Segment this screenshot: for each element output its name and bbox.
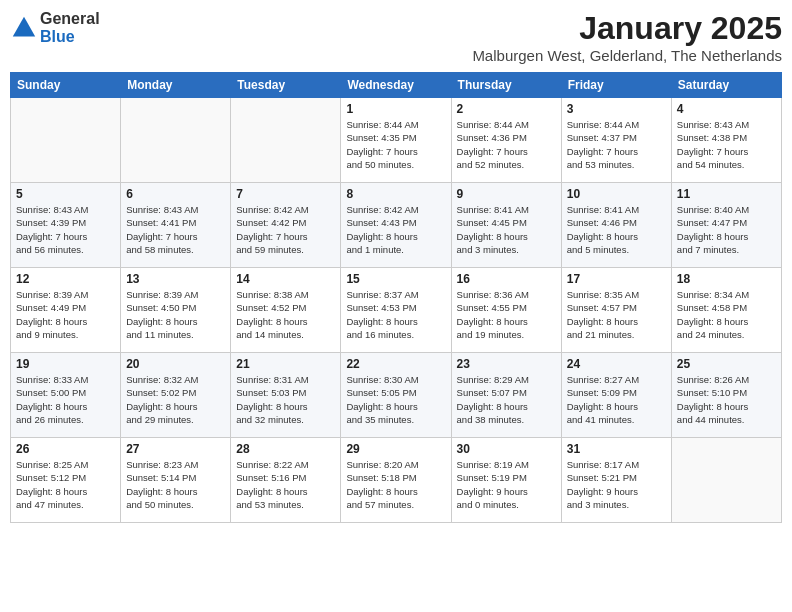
weekday-header: Thursday — [451, 73, 561, 98]
calendar-cell: 2Sunrise: 8:44 AM Sunset: 4:36 PM Daylig… — [451, 98, 561, 183]
day-info: Sunrise: 8:44 AM Sunset: 4:35 PM Dayligh… — [346, 118, 445, 171]
logo: General Blue — [10, 10, 100, 46]
day-info: Sunrise: 8:27 AM Sunset: 5:09 PM Dayligh… — [567, 373, 666, 426]
day-info: Sunrise: 8:19 AM Sunset: 5:19 PM Dayligh… — [457, 458, 556, 511]
logo-text: General Blue — [40, 10, 100, 46]
day-number: 25 — [677, 357, 776, 371]
day-info: Sunrise: 8:35 AM Sunset: 4:57 PM Dayligh… — [567, 288, 666, 341]
day-info: Sunrise: 8:43 AM Sunset: 4:39 PM Dayligh… — [16, 203, 115, 256]
calendar-cell: 19Sunrise: 8:33 AM Sunset: 5:00 PM Dayli… — [11, 353, 121, 438]
day-number: 15 — [346, 272, 445, 286]
calendar-cell: 29Sunrise: 8:20 AM Sunset: 5:18 PM Dayli… — [341, 438, 451, 523]
day-number: 16 — [457, 272, 556, 286]
calendar-cell: 9Sunrise: 8:41 AM Sunset: 4:45 PM Daylig… — [451, 183, 561, 268]
calendar-cell: 18Sunrise: 8:34 AM Sunset: 4:58 PM Dayli… — [671, 268, 781, 353]
day-number: 23 — [457, 357, 556, 371]
calendar-cell: 25Sunrise: 8:26 AM Sunset: 5:10 PM Dayli… — [671, 353, 781, 438]
calendar-cell: 21Sunrise: 8:31 AM Sunset: 5:03 PM Dayli… — [231, 353, 341, 438]
calendar-cell: 28Sunrise: 8:22 AM Sunset: 5:16 PM Dayli… — [231, 438, 341, 523]
day-info: Sunrise: 8:40 AM Sunset: 4:47 PM Dayligh… — [677, 203, 776, 256]
calendar-week-row: 26Sunrise: 8:25 AM Sunset: 5:12 PM Dayli… — [11, 438, 782, 523]
day-number: 1 — [346, 102, 445, 116]
day-number: 8 — [346, 187, 445, 201]
calendar-cell: 20Sunrise: 8:32 AM Sunset: 5:02 PM Dayli… — [121, 353, 231, 438]
calendar-cell: 4Sunrise: 8:43 AM Sunset: 4:38 PM Daylig… — [671, 98, 781, 183]
weekday-header: Monday — [121, 73, 231, 98]
day-info: Sunrise: 8:41 AM Sunset: 4:46 PM Dayligh… — [567, 203, 666, 256]
calendar-cell: 17Sunrise: 8:35 AM Sunset: 4:57 PM Dayli… — [561, 268, 671, 353]
day-number: 31 — [567, 442, 666, 456]
day-number: 26 — [16, 442, 115, 456]
day-info: Sunrise: 8:39 AM Sunset: 4:49 PM Dayligh… — [16, 288, 115, 341]
calendar-cell: 27Sunrise: 8:23 AM Sunset: 5:14 PM Dayli… — [121, 438, 231, 523]
logo-icon — [10, 14, 38, 42]
calendar-cell: 3Sunrise: 8:44 AM Sunset: 4:37 PM Daylig… — [561, 98, 671, 183]
location-title: Malburgen West, Gelderland, The Netherla… — [472, 47, 782, 64]
calendar-cell: 31Sunrise: 8:17 AM Sunset: 5:21 PM Dayli… — [561, 438, 671, 523]
calendar-week-row: 12Sunrise: 8:39 AM Sunset: 4:49 PM Dayli… — [11, 268, 782, 353]
day-number: 2 — [457, 102, 556, 116]
calendar-cell: 22Sunrise: 8:30 AM Sunset: 5:05 PM Dayli… — [341, 353, 451, 438]
day-info: Sunrise: 8:44 AM Sunset: 4:36 PM Dayligh… — [457, 118, 556, 171]
day-info: Sunrise: 8:43 AM Sunset: 4:38 PM Dayligh… — [677, 118, 776, 171]
calendar-week-row: 1Sunrise: 8:44 AM Sunset: 4:35 PM Daylig… — [11, 98, 782, 183]
page-header: General Blue January 2025 Malburgen West… — [10, 10, 782, 64]
calendar-cell: 16Sunrise: 8:36 AM Sunset: 4:55 PM Dayli… — [451, 268, 561, 353]
day-number: 19 — [16, 357, 115, 371]
calendar-cell: 1Sunrise: 8:44 AM Sunset: 4:35 PM Daylig… — [341, 98, 451, 183]
day-number: 22 — [346, 357, 445, 371]
day-number: 9 — [457, 187, 556, 201]
calendar-cell: 14Sunrise: 8:38 AM Sunset: 4:52 PM Dayli… — [231, 268, 341, 353]
day-number: 13 — [126, 272, 225, 286]
day-number: 5 — [16, 187, 115, 201]
day-info: Sunrise: 8:26 AM Sunset: 5:10 PM Dayligh… — [677, 373, 776, 426]
logo-blue: Blue — [40, 28, 100, 46]
day-number: 4 — [677, 102, 776, 116]
day-info: Sunrise: 8:42 AM Sunset: 4:43 PM Dayligh… — [346, 203, 445, 256]
day-number: 12 — [16, 272, 115, 286]
weekday-header: Friday — [561, 73, 671, 98]
weekday-header: Saturday — [671, 73, 781, 98]
calendar-cell — [671, 438, 781, 523]
calendar-cell: 15Sunrise: 8:37 AM Sunset: 4:53 PM Dayli… — [341, 268, 451, 353]
day-number: 10 — [567, 187, 666, 201]
day-number: 14 — [236, 272, 335, 286]
day-number: 29 — [346, 442, 445, 456]
day-number: 3 — [567, 102, 666, 116]
day-info: Sunrise: 8:25 AM Sunset: 5:12 PM Dayligh… — [16, 458, 115, 511]
day-info: Sunrise: 8:44 AM Sunset: 4:37 PM Dayligh… — [567, 118, 666, 171]
calendar-cell: 12Sunrise: 8:39 AM Sunset: 4:49 PM Dayli… — [11, 268, 121, 353]
title-block: January 2025 Malburgen West, Gelderland,… — [472, 10, 782, 64]
calendar-cell: 6Sunrise: 8:43 AM Sunset: 4:41 PM Daylig… — [121, 183, 231, 268]
calendar-cell: 7Sunrise: 8:42 AM Sunset: 4:42 PM Daylig… — [231, 183, 341, 268]
calendar-cell: 23Sunrise: 8:29 AM Sunset: 5:07 PM Dayli… — [451, 353, 561, 438]
day-info: Sunrise: 8:17 AM Sunset: 5:21 PM Dayligh… — [567, 458, 666, 511]
month-title: January 2025 — [472, 10, 782, 47]
day-info: Sunrise: 8:34 AM Sunset: 4:58 PM Dayligh… — [677, 288, 776, 341]
calendar-cell: 5Sunrise: 8:43 AM Sunset: 4:39 PM Daylig… — [11, 183, 121, 268]
day-number: 27 — [126, 442, 225, 456]
day-number: 20 — [126, 357, 225, 371]
calendar-table: SundayMondayTuesdayWednesdayThursdayFrid… — [10, 72, 782, 523]
calendar-cell: 8Sunrise: 8:42 AM Sunset: 4:43 PM Daylig… — [341, 183, 451, 268]
day-info: Sunrise: 8:39 AM Sunset: 4:50 PM Dayligh… — [126, 288, 225, 341]
day-info: Sunrise: 8:36 AM Sunset: 4:55 PM Dayligh… — [457, 288, 556, 341]
day-info: Sunrise: 8:33 AM Sunset: 5:00 PM Dayligh… — [16, 373, 115, 426]
weekday-header-row: SundayMondayTuesdayWednesdayThursdayFrid… — [11, 73, 782, 98]
calendar-cell — [231, 98, 341, 183]
day-info: Sunrise: 8:38 AM Sunset: 4:52 PM Dayligh… — [236, 288, 335, 341]
day-number: 18 — [677, 272, 776, 286]
calendar-week-row: 5Sunrise: 8:43 AM Sunset: 4:39 PM Daylig… — [11, 183, 782, 268]
day-number: 28 — [236, 442, 335, 456]
day-info: Sunrise: 8:37 AM Sunset: 4:53 PM Dayligh… — [346, 288, 445, 341]
svg-marker-0 — [13, 17, 35, 37]
day-number: 21 — [236, 357, 335, 371]
weekday-header: Wednesday — [341, 73, 451, 98]
calendar-cell: 24Sunrise: 8:27 AM Sunset: 5:09 PM Dayli… — [561, 353, 671, 438]
calendar-cell: 13Sunrise: 8:39 AM Sunset: 4:50 PM Dayli… — [121, 268, 231, 353]
day-info: Sunrise: 8:30 AM Sunset: 5:05 PM Dayligh… — [346, 373, 445, 426]
calendar-cell: 26Sunrise: 8:25 AM Sunset: 5:12 PM Dayli… — [11, 438, 121, 523]
weekday-header: Tuesday — [231, 73, 341, 98]
day-number: 30 — [457, 442, 556, 456]
calendar-cell — [11, 98, 121, 183]
